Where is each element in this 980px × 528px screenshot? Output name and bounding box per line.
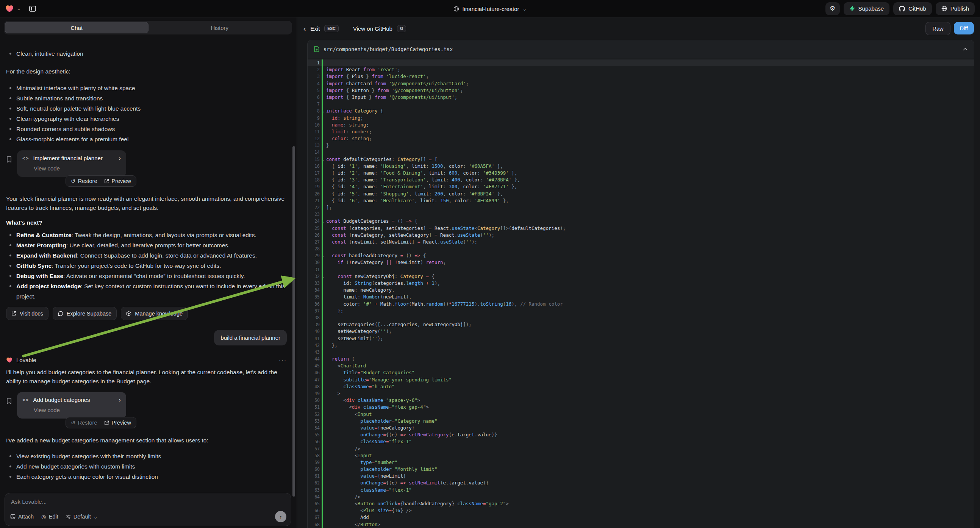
code-editor[interactable]: 12import React from 'react';3import { Pl… [308, 58, 974, 528]
chevron-right-icon[interactable]: › [119, 155, 121, 161]
preview-button[interactable]: Preview [104, 178, 132, 184]
chat-scrollbar[interactable] [293, 146, 295, 496]
logo-chevron-down-icon[interactable]: ⌄ [17, 6, 21, 11]
collapse-file-button[interactable] [963, 48, 967, 51]
code-text: import { Input } from '@/components/ui/i… [323, 94, 457, 101]
raw-button[interactable]: Raw [926, 22, 950, 35]
view-on-github-button[interactable]: View on GitHub [353, 25, 393, 32]
code-text: <Plus size={16} /> [323, 507, 412, 514]
line-number: 33 [308, 280, 321, 287]
settings-button[interactable]: ⚙ [826, 2, 840, 15]
sidebar-toggle-button[interactable] [26, 3, 39, 15]
view-code-link[interactable]: View code [34, 407, 121, 413]
model-selector[interactable]: Default ⌄ [66, 514, 98, 520]
preview-button[interactable]: Preview [104, 420, 132, 426]
code-text: } [323, 142, 329, 149]
composer[interactable]: Ask Lovable... Attach ◎ Edit Default ⌄ ↑ [5, 493, 291, 526]
line-number: 34 [308, 287, 321, 294]
line-number: 2 [308, 66, 321, 73]
external-link-icon [11, 311, 16, 316]
code-text [323, 59, 326, 66]
bookmark-icon[interactable] [6, 398, 12, 404]
user-message-bubble: build a financial planner [214, 330, 287, 345]
code-text: }; [323, 342, 337, 349]
line-number: 50 [308, 397, 321, 404]
line-number: 4 [308, 80, 321, 87]
added-intro-text: I've added a new budget categories manag… [6, 436, 287, 445]
line-number: 20 [308, 191, 321, 197]
line-number: 17 [308, 170, 321, 177]
line-number: 8⌄ [308, 108, 321, 115]
code-line: 67 Add [308, 514, 974, 521]
code-line: 31 [308, 266, 974, 273]
restore-button[interactable]: ↺Restore [71, 178, 97, 184]
code-line: 13} [308, 142, 974, 149]
code-line: 57 /> [308, 445, 974, 452]
diff-button[interactable]: Diff [954, 22, 974, 35]
design-intro-text: For the design aesthetic: [6, 67, 287, 76]
publish-button[interactable]: Publish [935, 2, 975, 15]
line-number: 21 [308, 197, 321, 204]
fold-chevron-icon[interactable]: ⌄ [322, 108, 324, 115]
supabase-button[interactable]: Supabase [844, 2, 890, 15]
code-line: 22]; [308, 204, 974, 211]
explore-supabase-button[interactable]: Explore Supabase [52, 307, 117, 320]
bullet-item: Soft, neutral color palette with light b… [6, 103, 287, 114]
code-text: const [newCategory, setNewCategory] = Re… [323, 232, 494, 239]
line-number: 38 [308, 314, 321, 321]
bullet-item: Debug with Ease: Activate our experiment… [6, 271, 287, 281]
fold-chevron-icon[interactable]: ⌄ [322, 274, 324, 280]
code-line: 24⌄const BudgetCategories = () => { [308, 218, 974, 224]
lovable-heart-icon[interactable] [5, 5, 14, 13]
file-added-icon [314, 46, 319, 52]
fold-chevron-icon[interactable]: ⌄ [322, 156, 324, 163]
code-line: 49 > [308, 390, 974, 397]
line-number: 36 [308, 301, 321, 308]
code-text: id: String(categories.length + 1), [323, 280, 440, 287]
send-button[interactable]: ↑ [275, 511, 286, 522]
fold-chevron-icon[interactable]: ⌄ [322, 218, 324, 225]
line-number: 66 [308, 507, 321, 514]
fold-chevron-icon[interactable]: ⌄ [322, 253, 324, 259]
file-header[interactable]: src/components/budget/BudgetCategories.t… [308, 40, 974, 58]
code-text: </Button> [323, 521, 380, 528]
edit-button[interactable]: ◎ Edit [41, 514, 58, 520]
restore-button[interactable]: ↺Restore [71, 420, 97, 426]
code-text: <Button onClick={handleAddCategory} clas… [323, 500, 509, 507]
code-line: 20 { id: '5', name: 'Shopping', limit: 2… [308, 191, 974, 197]
version-card-row: <> Implement financial planner › View co… [6, 150, 287, 177]
version-card-implement-planner[interactable]: <> Implement financial planner › View co… [17, 150, 126, 177]
code-line: 55 onChange={(e) => setNewCategory(e.tar… [308, 431, 974, 438]
tab-history[interactable]: History [148, 22, 291, 33]
version-card-add-budget-categories[interactable]: <> Add budget categories › View code ↺Re… [17, 392, 126, 418]
tab-chat[interactable]: Chat [5, 22, 148, 33]
github-button[interactable]: GitHub [893, 2, 932, 15]
line-number: 3 [308, 73, 321, 80]
bullet-item: Add project knowledge: Set key context o… [6, 281, 287, 302]
manage-knowledge-button[interactable]: Manage knowledge [121, 307, 188, 320]
exit-button[interactable]: Exit [310, 25, 320, 32]
attach-button[interactable]: Attach [10, 514, 34, 520]
code-line: 18 { id: '3', name: 'Transportation', li… [308, 177, 974, 183]
line-number: 58 [308, 452, 321, 459]
composer-placeholder[interactable]: Ask Lovable... [11, 498, 285, 505]
code-line: 7 [308, 101, 974, 108]
code-text: placeholder="Category name" [323, 418, 438, 425]
lovable-heart-icon [6, 357, 13, 363]
message-menu-button[interactable]: ··· [279, 357, 287, 363]
bullet-item: GitHub Sync: Transfer your project's cod… [6, 261, 287, 271]
view-code-link[interactable]: View code [34, 165, 121, 172]
project-switcher[interactable]: financial-future-creator ⌄ [453, 0, 527, 17]
line-number: 12 [308, 135, 321, 142]
bookmark-icon[interactable] [6, 156, 12, 163]
file-path: src/components/budget/BudgetCategories.t… [323, 46, 453, 52]
code-text: import { Button } from '@/components/ui/… [323, 87, 463, 94]
code-line: 9 id: string; [308, 115, 974, 122]
assistant-header: Lovable ··· [6, 357, 287, 363]
back-chevron-icon[interactable]: ‹ [304, 25, 306, 32]
chevron-down-icon: ⌄ [94, 514, 98, 519]
code-text: <div className="flex gap-4"> [323, 404, 429, 410]
line-number: 47 [308, 377, 321, 383]
chevron-right-icon[interactable]: › [119, 396, 121, 403]
visit-docs-button[interactable]: Visit docs [6, 307, 48, 320]
